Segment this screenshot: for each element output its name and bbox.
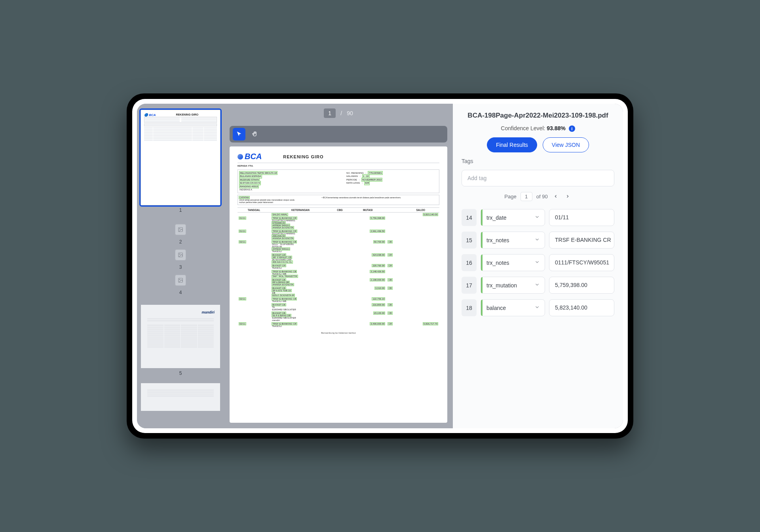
hand-icon xyxy=(252,131,258,137)
hand-tool-button[interactable] xyxy=(249,128,261,141)
thumbnail-page-1[interactable]: 🔵 BCA REKENING GIRO xyxy=(141,110,220,205)
image-icon xyxy=(178,227,183,232)
chevron-left-icon xyxy=(553,194,558,199)
field-index: 17 xyxy=(462,277,477,294)
doc-title: REKENING GIRO xyxy=(283,154,323,159)
image-icon xyxy=(178,252,183,258)
chevron-down-icon xyxy=(534,304,540,311)
field-row: 16 trx_notes 0111/FTSCY/W95051 xyxy=(462,254,614,271)
svg-point-5 xyxy=(179,279,180,280)
field-index: 18 xyxy=(462,299,477,316)
document-canvas[interactable]: BCA REKENING GIRO KEPADA YTH. RELONIASTA… xyxy=(230,146,447,423)
cursor-icon xyxy=(236,131,242,137)
field-type-select[interactable]: trx_notes xyxy=(481,254,545,271)
tags-label: Tags xyxy=(462,158,614,164)
thumbnail-num: 2 xyxy=(141,239,220,245)
field-row: 15 trx_notes TRSF E-BANKING CR xyxy=(462,232,614,249)
chevron-right-icon xyxy=(565,194,570,199)
viewer-toolbar xyxy=(230,126,447,142)
thumbnail-sidebar: 🔵 BCA REKENING GIRO xyxy=(137,104,224,428)
field-value-input[interactable]: TRSF E-BANKING CR xyxy=(549,232,614,249)
confidence-level: Confidence Level: 93.88% i xyxy=(462,125,614,132)
doc-header: BCA REKENING GIRO xyxy=(238,152,439,163)
field-pager: Page 1 of 90 xyxy=(462,192,614,201)
field-row: 17 trx_mutation 5,759,398.00 xyxy=(462,277,614,294)
field-type-label: trx_notes xyxy=(486,237,509,243)
field-type-select[interactable]: trx_notes xyxy=(481,232,545,249)
chevron-down-icon xyxy=(534,214,540,221)
field-index: 15 xyxy=(462,232,477,249)
page-nav-top: 1 / 90 xyxy=(224,104,453,123)
field-type-label: balance xyxy=(486,305,506,311)
chevron-down-icon xyxy=(534,259,540,266)
field-type-label: trx_mutation xyxy=(486,282,517,289)
page-sep: / xyxy=(340,110,342,116)
tablet-frame: 🔵 BCA REKENING GIRO xyxy=(127,93,633,439)
pointer-tool-button[interactable] xyxy=(233,128,245,141)
thumbnail-num: 4 xyxy=(141,290,220,295)
filename-heading: BCA-198Page-Apr2022-Mei2023-109-198.pdf xyxy=(462,112,614,120)
field-type-select[interactable]: balance xyxy=(481,299,545,316)
svg-point-3 xyxy=(179,254,180,255)
prev-page-button[interactable] xyxy=(552,193,560,200)
chevron-down-icon xyxy=(534,237,540,243)
total-pages: 90 xyxy=(347,110,353,116)
thumbnail-num-1: 1 xyxy=(141,205,220,215)
doc-meta: RELONIASTAN TEPIS SBOLTA 18BULANAN ESPAS… xyxy=(238,169,439,193)
thumbnail-page-5[interactable]: mandiri xyxy=(141,305,220,368)
tablet-inner: 🔵 BCA REKENING GIRO xyxy=(132,99,628,433)
field-value-input[interactable]: 01/11 xyxy=(549,209,614,226)
field-index: 16 xyxy=(462,254,477,271)
thumbnail-placeholder[interactable] xyxy=(175,275,186,286)
field-row: 14 trx_date 01/11 xyxy=(462,209,614,226)
thumbnail-num-5: 5 xyxy=(141,368,220,378)
field-value-input[interactable]: 5,823,140.00 xyxy=(549,299,614,316)
doc-transaction-table: TANGGALKETERANGANCBGMUTASISALDO SALDO AW… xyxy=(238,207,439,328)
thumbnail-num: 3 xyxy=(141,264,220,270)
thumbnail-placeholder[interactable] xyxy=(175,224,186,235)
field-type-label: trx_notes xyxy=(486,260,509,266)
info-icon[interactable]: i xyxy=(569,125,575,132)
view-json-button[interactable]: View JSON xyxy=(543,137,589,152)
image-icon xyxy=(178,277,183,283)
field-value-input[interactable]: 0111/FTSCY/W95051 xyxy=(549,254,614,271)
chevron-down-icon xyxy=(534,282,540,289)
final-results-button[interactable]: Final Results xyxy=(487,137,537,152)
field-row: 18 balance 5,823,140.00 xyxy=(462,299,614,316)
doc-note: CATATAN untuk setiap penyamat sebelah at… xyxy=(238,195,439,205)
field-rows: 14 trx_date 01/11 15 trx_notes TRSF E-BA… xyxy=(462,209,614,316)
thumbnail-placeholder[interactable] xyxy=(175,249,186,260)
field-index: 14 xyxy=(462,209,477,226)
field-value-input[interactable]: 5,759,398.00 xyxy=(549,277,614,294)
current-page-badge: 1 xyxy=(324,108,336,118)
thumbnail-page-6[interactable] xyxy=(141,383,220,411)
field-page-input[interactable]: 1 xyxy=(521,192,532,201)
document-viewer-column: 1 / 90 xyxy=(224,104,453,428)
field-type-label: trx_date xyxy=(486,215,507,221)
add-tag-input[interactable]: Add tag xyxy=(462,170,614,186)
results-panel: BCA-198Page-Apr2022-Mei2023-109-198.pdf … xyxy=(453,104,623,428)
field-type-select[interactable]: trx_date xyxy=(481,209,545,226)
doc-footer: Bersambung ke Halaman berikut xyxy=(238,332,439,334)
field-type-select[interactable]: trx_mutation xyxy=(481,277,545,294)
app-container: 🔵 BCA REKENING GIRO xyxy=(137,104,623,428)
bca-logo: BCA xyxy=(238,152,262,161)
next-page-button[interactable] xyxy=(564,193,572,200)
backdrop-container: 🔵 BCA REKENING GIRO xyxy=(127,93,633,439)
svg-point-1 xyxy=(179,228,180,229)
